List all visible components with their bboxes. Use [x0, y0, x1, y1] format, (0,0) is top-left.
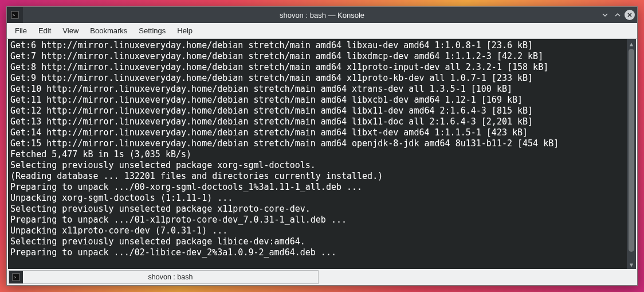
titlebar[interactable]: > shovon : bash — Konsole	[7, 7, 637, 23]
scroll-down-icon[interactable]: ▼	[627, 260, 636, 269]
terminal-output[interactable]: Get:6 http://mirror.linuxeveryday.home/d…	[8, 39, 627, 269]
app-icon: >	[7, 7, 23, 23]
menu-bookmarks[interactable]: Bookmarks	[84, 24, 133, 37]
menu-settings[interactable]: Settings	[133, 24, 171, 37]
maximize-button[interactable]	[612, 9, 623, 21]
scroll-thumb[interactable]	[629, 49, 634, 252]
window-controls	[599, 9, 637, 21]
close-button[interactable]	[625, 10, 635, 20]
window-title: shovon : bash — Konsole	[7, 11, 637, 20]
scroll-up-icon[interactable]: ▲	[627, 39, 636, 48]
minimize-button[interactable]	[599, 9, 611, 21]
chevron-down-icon	[602, 11, 608, 18]
terminal-icon: >	[9, 271, 23, 283]
konsole-window: > shovon : bash — Konsole File Edit View…	[6, 6, 638, 286]
svg-text:>: >	[13, 13, 15, 18]
menu-view[interactable]: View	[57, 24, 84, 37]
session-tab[interactable]: > shovon : bash	[9, 270, 319, 284]
menu-file[interactable]: File	[9, 24, 33, 37]
menubar: File Edit View Bookmarks Settings Help	[7, 23, 637, 39]
terminal-area[interactable]: Get:6 http://mirror.linuxeveryday.home/d…	[8, 39, 636, 269]
scrollbar[interactable]: ▲ ▼	[627, 39, 636, 269]
svg-text:>: >	[14, 275, 17, 280]
close-icon	[627, 12, 633, 18]
menu-edit[interactable]: Edit	[33, 24, 57, 37]
session-tab-label: shovon : bash	[23, 273, 318, 281]
statusbar: > shovon : bash	[7, 269, 637, 285]
menu-help[interactable]: Help	[171, 24, 198, 37]
chevron-up-icon	[614, 11, 621, 18]
